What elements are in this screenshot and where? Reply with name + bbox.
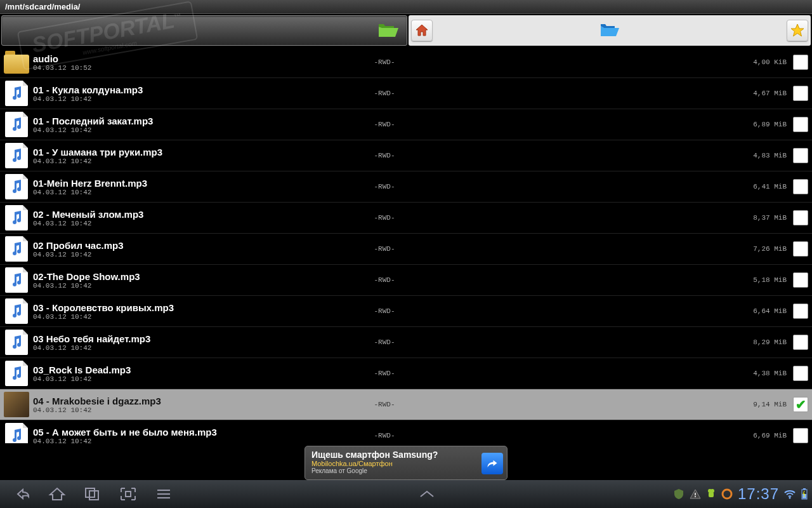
file-name: 04 - Mrakobesie i dgazz.mp3: [33, 396, 365, 406]
file-meta: 02 - Меченый злом.mp304.03.12 10:42: [33, 209, 365, 227]
ad-banner[interactable]: Ищешь смартфон Samsung? Mobilochka.ua/См…: [304, 446, 508, 480]
ad-link: Mobilochka.ua/Смартфон: [311, 460, 475, 467]
file-meta: audio04.03.12 10:52: [33, 53, 365, 72]
warning-icon: [690, 488, 701, 500]
folder-icon: [4, 50, 29, 75]
file-size: 6,69 MiB: [736, 432, 793, 439]
file-perm: -RWD-: [365, 338, 403, 346]
open-folder-button[interactable]: [374, 16, 403, 45]
file-checkbox[interactable]: [793, 148, 808, 163]
file-checkbox[interactable]: [793, 366, 808, 381]
folder-blue-button[interactable]: [599, 20, 620, 41]
file-meta: 01 - У шамана три руки.mp304.03.12 10:42: [33, 147, 365, 165]
file-meta: 03_Rock Is Dead.mp304.03.12 10:42: [33, 364, 365, 383]
file-name: 01-Mein Herz Brennt.mp3: [33, 178, 365, 189]
music-icon: [4, 423, 29, 443]
nav-home-button[interactable]: [39, 481, 75, 507]
system-navbar: 17:37: [0, 480, 812, 508]
ad-source: Реклама от Google: [311, 467, 475, 474]
file-name: audio: [33, 53, 365, 64]
file-row[interactable]: 02 - Меченый злом.mp304.03.12 10:42-RWD-…: [0, 203, 812, 234]
svg-rect-5: [709, 492, 714, 497]
file-row[interactable]: 05 - А может быть и не было меня.mp304.0…: [0, 420, 812, 443]
file-name: 02 - Меченый злом.mp3: [33, 209, 365, 220]
file-checkbox[interactable]: [793, 241, 808, 257]
address-right-panel: [409, 15, 811, 46]
file-row[interactable]: 01 - Кукла колдуна.mp304.03.12 10:42-RWD…: [0, 78, 812, 109]
file-perm: -RWD-: [365, 245, 403, 253]
ad-share-button[interactable]: [481, 453, 503, 474]
status-clock: 17:37: [738, 485, 779, 503]
file-row[interactable]: audio04.03.12 10:52-RWD-4,00 KiB: [0, 47, 812, 78]
file-checkbox[interactable]: [793, 179, 808, 194]
file-name: 01 - У шамана три руки.mp3: [33, 147, 365, 157]
file-size: 4,00 KiB: [736, 58, 793, 66]
file-perm: -RWD-: [365, 432, 403, 439]
file-meta: 02 Пробил час.mp304.03.12 10:42: [33, 240, 365, 258]
file-checkbox[interactable]: [793, 272, 808, 288]
favorite-button[interactable]: [787, 20, 808, 41]
file-row[interactable]: 02-The Dope Show.mp304.03.12 10:42-RWD-5…: [0, 265, 812, 296]
status-tray[interactable]: 17:37: [673, 485, 808, 503]
file-list[interactable]: audio04.03.12 10:52-RWD-4,00 KiB01 - Кук…: [0, 47, 812, 443]
file-name: 03 Небо тебя найдет.mp3: [33, 333, 365, 344]
file-date: 04.03.12 10:42: [33, 157, 365, 165]
nav-screenshot-button[interactable]: [110, 481, 146, 507]
music-icon: [4, 205, 29, 231]
file-checkbox[interactable]: [793, 55, 808, 70]
file-perm: -RWD-: [365, 121, 403, 128]
file-checkbox[interactable]: [793, 86, 808, 101]
file-row[interactable]: 02 Пробил час.mp304.03.12 10:42-RWD-7,26…: [0, 234, 812, 265]
file-row[interactable]: 03 Небо тебя найдет.mp304.03.12 10:42-RW…: [0, 327, 812, 358]
back-icon: [11, 486, 32, 502]
file-row[interactable]: 01 - Последний закат.mp304.03.12 10:42-R…: [0, 109, 812, 140]
file-date: 04.03.12 10:42: [33, 406, 365, 414]
file-checkbox[interactable]: [793, 210, 808, 225]
file-perm: -RWD-: [365, 183, 403, 190]
file-name: 05 - А может быть и не было меня.mp3: [33, 427, 365, 438]
file-meta: 02-The Dope Show.mp304.03.12 10:42: [33, 271, 365, 290]
file-row[interactable]: 03_Rock Is Dead.mp304.03.12 10:42-RWD-4,…: [0, 358, 812, 389]
file-row[interactable]: 01 - У шамана три руки.mp304.03.12 10:42…: [0, 140, 812, 171]
nav-menu-button[interactable]: [146, 481, 181, 507]
file-meta: 05 - А может быть и не было меня.mp304.0…: [33, 427, 365, 444]
music-icon: [4, 361, 29, 386]
file-checkbox[interactable]: [793, 397, 808, 412]
file-size: 4,38 MiB: [736, 370, 793, 377]
file-size: 5,18 MiB: [736, 276, 793, 284]
file-date: 04.03.12 10:42: [33, 375, 365, 383]
folder-open-icon: [377, 22, 399, 39]
star-icon: [790, 23, 805, 38]
svg-point-9: [789, 497, 791, 499]
android-icon: [706, 488, 716, 500]
file-meta: 01 - Кукла колдуна.mp304.03.12 10:42: [33, 84, 365, 103]
svg-rect-11: [803, 488, 806, 490]
nav-expand[interactable]: [181, 490, 673, 498]
file-checkbox[interactable]: [793, 117, 808, 132]
capture-icon: [120, 487, 136, 501]
file-size: 8,37 MiB: [736, 214, 793, 222]
home-button[interactable]: [411, 20, 433, 41]
file-row[interactable]: 03 - Королевство кривых.mp304.03.12 10:4…: [0, 296, 812, 327]
ad-title: Ищешь смартфон Samsung?: [311, 450, 475, 460]
file-checkbox[interactable]: [793, 335, 808, 350]
file-meta: 01 - Последний закат.mp304.03.12 10:42: [33, 116, 365, 134]
file-row[interactable]: 04 - Mrakobesie i dgazz.mp304.03.12 10:4…: [0, 389, 812, 420]
file-date: 04.03.12 10:42: [33, 220, 365, 227]
nav-back-button[interactable]: [4, 481, 39, 507]
file-perm: -RWD-: [365, 370, 403, 377]
music-icon: [4, 174, 29, 199]
file-meta: 03 Небо тебя найдет.mp304.03.12 10:42: [33, 333, 365, 352]
nav-recent-button[interactable]: [75, 481, 110, 507]
path-input[interactable]: [6, 25, 374, 36]
file-perm: -RWD-: [365, 401, 403, 408]
wifi-icon: [784, 488, 796, 500]
file-size: 7,26 MiB: [736, 245, 793, 253]
file-checkbox[interactable]: [793, 428, 808, 443]
music-icon: [4, 81, 29, 106]
file-checkbox[interactable]: [793, 304, 808, 319]
file-size: 4,83 MiB: [736, 152, 793, 159]
file-date: 04.03.12 10:42: [33, 251, 365, 258]
file-date: 04.03.12 10:42: [33, 95, 365, 103]
file-row[interactable]: 01-Mein Herz Brennt.mp304.03.12 10:42-RW…: [0, 171, 812, 203]
